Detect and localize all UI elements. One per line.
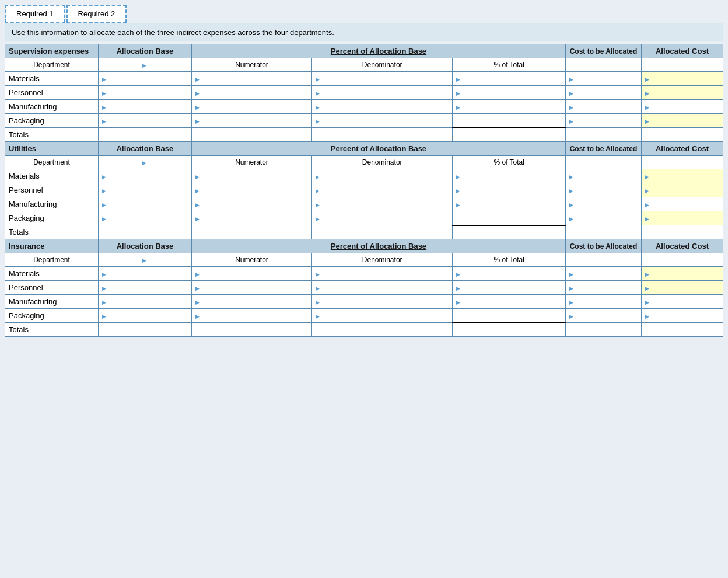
- supervision-materials-cost[interactable]: [566, 72, 642, 86]
- supervision-personnel-cost[interactable]: [566, 86, 642, 100]
- supervision-packaging-allocated[interactable]: [642, 114, 723, 128]
- supervision-manufacturing-denom[interactable]: [312, 100, 452, 114]
- utilities-manufacturing-cost[interactable]: [566, 197, 642, 211]
- insurance-manufacturing-alloc[interactable]: [99, 295, 192, 309]
- insurance-manufacturing-cost[interactable]: [566, 295, 642, 309]
- insurance-manufacturing-denom[interactable]: [312, 295, 452, 309]
- insurance-manufacturing-pct[interactable]: [453, 295, 566, 309]
- supervision-personnel-alloc[interactable]: [99, 86, 192, 100]
- insurance-personnel-cost[interactable]: [566, 281, 642, 295]
- supervision-materials-num[interactable]: [192, 72, 312, 86]
- supervision-packaging-cost[interactable]: [566, 114, 642, 128]
- utilities-materials-denom[interactable]: [312, 169, 452, 183]
- utilities-manufacturing-num[interactable]: [192, 197, 312, 211]
- utilities-packaging-num[interactable]: [192, 211, 312, 225]
- supervision-personnel-num[interactable]: [192, 86, 312, 100]
- tab-required1[interactable]: Required 1: [5, 5, 65, 23]
- supervision-personnel-allocated[interactable]: [642, 86, 723, 100]
- utilities-manufacturing-alloc[interactable]: [99, 197, 192, 211]
- insurance-totals-pct[interactable]: [453, 323, 566, 337]
- supervision-totals-cost[interactable]: [566, 128, 642, 142]
- tab-required2[interactable]: Required 2: [66, 5, 127, 23]
- insurance-packaging-dept: Packaging: [5, 309, 99, 323]
- supervision-totals-alloc[interactable]: [99, 128, 192, 142]
- utilities-manufacturing-denom[interactable]: [312, 197, 452, 211]
- insurance-materials-allocated[interactable]: [642, 267, 723, 281]
- utilities-totals-alloc[interactable]: [99, 225, 192, 239]
- insurance-materials-pct[interactable]: [453, 267, 566, 281]
- utilities-totals-denom[interactable]: [312, 225, 452, 239]
- utilities-materials-num[interactable]: [192, 169, 312, 183]
- insurance-packaging-allocated[interactable]: [642, 309, 723, 323]
- insurance-packaging-denom[interactable]: [312, 309, 452, 323]
- insurance-totals-allocated[interactable]: [642, 323, 723, 337]
- insurance-personnel-num[interactable]: [192, 281, 312, 295]
- supervision-packaging-num[interactable]: [192, 114, 312, 128]
- utilities-packaging-denom[interactable]: [312, 211, 452, 225]
- utilities-manufacturing-allocated[interactable]: [642, 197, 723, 211]
- utilities-materials-allocated[interactable]: [642, 169, 723, 183]
- supervision-manufacturing-pct[interactable]: [453, 100, 566, 114]
- supervision-materials-alloc[interactable]: [99, 72, 192, 86]
- insurance-packaging-alloc[interactable]: [99, 309, 192, 323]
- utilities-packaging-cost[interactable]: [566, 211, 642, 225]
- insurance-personnel-denom[interactable]: [312, 281, 452, 295]
- insurance-packaging-cost[interactable]: [566, 309, 642, 323]
- utilities-packaging-pct[interactable]: [453, 211, 566, 225]
- supervision-personnel-pct[interactable]: [453, 86, 566, 100]
- utilities-totals-num[interactable]: [192, 225, 312, 239]
- supervision-num-label: Numerator: [192, 58, 312, 72]
- supervision-packaging-denom[interactable]: [312, 114, 452, 128]
- supervision-manufacturing-allocated[interactable]: [642, 100, 723, 114]
- supervision-alloc-sub: [99, 58, 192, 72]
- supervision-manufacturing-cost[interactable]: [566, 100, 642, 114]
- utilities-pct-header: Percent of Allocation Base: [192, 142, 566, 156]
- insurance-materials-num[interactable]: [192, 267, 312, 281]
- insurance-materials-denom[interactable]: [312, 267, 452, 281]
- supervision-materials-pct[interactable]: [453, 72, 566, 86]
- insurance-materials-row: Materials: [5, 267, 723, 281]
- supervision-totals-allocated[interactable]: [642, 128, 723, 142]
- supervision-manufacturing-alloc[interactable]: [99, 100, 192, 114]
- supervision-subheader-row: Department Numerator Denominator % of To…: [5, 58, 723, 72]
- insurance-materials-alloc[interactable]: [99, 267, 192, 281]
- supervision-totals-pct[interactable]: [453, 128, 566, 142]
- insurance-materials-cost[interactable]: [566, 267, 642, 281]
- utilities-totals-pct[interactable]: [453, 225, 566, 239]
- supervision-totals-denom[interactable]: [312, 128, 452, 142]
- utilities-materials-cost[interactable]: [566, 169, 642, 183]
- insurance-num-label: Numerator: [192, 253, 312, 267]
- insurance-totals-cost[interactable]: [566, 323, 642, 337]
- utilities-personnel-cost[interactable]: [566, 183, 642, 197]
- insurance-packaging-pct[interactable]: [453, 309, 566, 323]
- supervision-packaging-alloc[interactable]: [99, 114, 192, 128]
- supervision-personnel-denom[interactable]: [312, 86, 452, 100]
- insurance-totals-alloc[interactable]: [99, 323, 192, 337]
- insurance-personnel-pct[interactable]: [453, 281, 566, 295]
- utilities-personnel-pct[interactable]: [453, 183, 566, 197]
- insurance-totals-denom[interactable]: [312, 323, 452, 337]
- insurance-personnel-alloc[interactable]: [99, 281, 192, 295]
- insurance-totals-num[interactable]: [192, 323, 312, 337]
- utilities-personnel-num[interactable]: [192, 183, 312, 197]
- supervision-manufacturing-num[interactable]: [192, 100, 312, 114]
- utilities-totals-cost[interactable]: [566, 225, 642, 239]
- supervision-materials-denom[interactable]: [312, 72, 452, 86]
- insurance-personnel-allocated[interactable]: [642, 281, 723, 295]
- utilities-materials-pct[interactable]: [453, 169, 566, 183]
- utilities-packaging-allocated[interactable]: [642, 211, 723, 225]
- utilities-manufacturing-pct[interactable]: [453, 197, 566, 211]
- supervision-totals-num[interactable]: [192, 128, 312, 142]
- utilities-totals-allocated[interactable]: [642, 225, 723, 239]
- insurance-manufacturing-allocated[interactable]: [642, 295, 723, 309]
- utilities-materials-alloc[interactable]: [99, 169, 192, 183]
- utilities-personnel-allocated[interactable]: [642, 183, 723, 197]
- supervision-materials-allocated[interactable]: [642, 72, 723, 86]
- insurance-packaging-num[interactable]: [192, 309, 312, 323]
- utilities-materials-dept: Materials: [5, 169, 99, 183]
- utilities-personnel-denom[interactable]: [312, 183, 452, 197]
- utilities-personnel-alloc[interactable]: [99, 183, 192, 197]
- insurance-manufacturing-num[interactable]: [192, 295, 312, 309]
- supervision-packaging-pct[interactable]: [453, 114, 566, 128]
- utilities-packaging-alloc[interactable]: [99, 211, 192, 225]
